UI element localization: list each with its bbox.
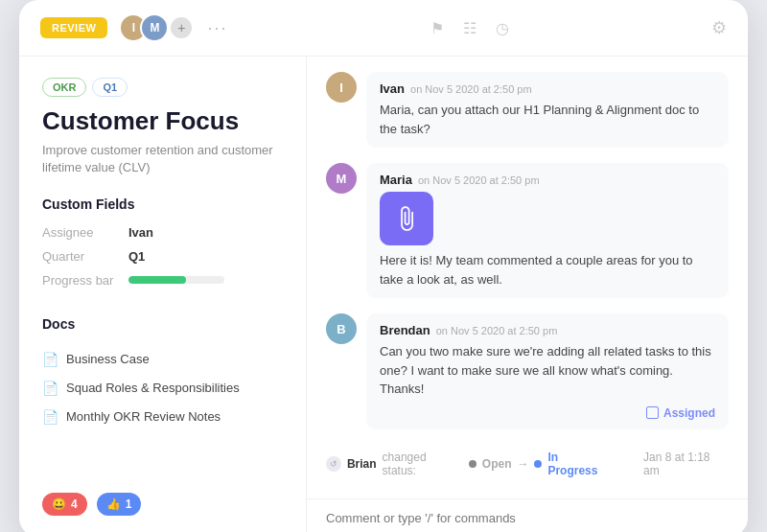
field-quarter: Quarter Q1 <box>42 249 283 264</box>
status-change-time: Jan 8 at 1:18 am <box>643 451 729 477</box>
field-progress-label: Progress bar <box>42 273 128 288</box>
custom-fields-title: Custom Fields <box>42 197 283 212</box>
progress-bar-fill <box>128 276 186 284</box>
comment-text-maria: Here it is! My team commented a couple a… <box>380 251 715 289</box>
status-arrow: → <box>517 457 528 471</box>
comment-brendan: B Brendan on Nov 5 2020 at 2:50 pm Can y… <box>326 313 729 429</box>
comment-maria: M Maria on Nov 5 2020 at 2:50 pm Here it… <box>326 163 729 298</box>
doc-icon-1: 📄 <box>42 352 58 367</box>
field-assignee: Assignee Ivan <box>42 225 283 240</box>
doc-okr-review[interactable]: 📄 Monthly OKR Review Notes <box>42 403 283 431</box>
tag-okr[interactable]: OKR <box>42 78 86 97</box>
status-open-label: Open <box>482 457 512 471</box>
assigned-checkbox[interactable] <box>646 406 659 419</box>
docs-title: Docs <box>42 316 283 332</box>
comment-body-ivan: Ivan on Nov 5 2020 at 2:50 pm Maria, can… <box>366 72 729 148</box>
settings-area: ⚙ <box>711 17 727 38</box>
avatar-maria: M <box>326 163 357 194</box>
doc-squad-roles[interactable]: 📄 Squad Roles & Responsibilities <box>42 374 283 403</box>
assigned-badge: Assigned <box>380 406 715 420</box>
status-dot-inprogress <box>534 460 542 468</box>
comment-input[interactable] <box>326 511 729 525</box>
more-options-button[interactable]: ··· <box>207 18 227 38</box>
add-member-button[interactable]: + <box>171 17 192 38</box>
doc-label-1: Business Case <box>66 352 150 366</box>
comment-time-brendan: on Nov 5 2020 at 2:50 pm <box>436 325 558 336</box>
field-assignee-label: Assignee <box>42 225 128 240</box>
doc-business-case[interactable]: 📄 Business Case <box>42 345 283 374</box>
comment-input-bar <box>307 498 748 533</box>
comment-text-ivan: Maria, can you attach our H1 Planning & … <box>380 101 715 138</box>
progress-bar <box>128 276 224 284</box>
comment-body-brendan: Brendan on Nov 5 2020 at 2:50 pm Can you… <box>366 313 729 429</box>
status-dot-open <box>469 460 476 468</box>
avatar-group: I M + <box>119 13 192 42</box>
comment-author-brendan: Brendan <box>380 323 430 337</box>
comment-ivan: I Ivan on Nov 5 2020 at 2:50 pm Maria, c… <box>326 72 729 148</box>
header: REVIEW I M + ··· ⚑ ☷ ◷ ⚙ <box>19 0 748 57</box>
field-quarter-value: Q1 <box>128 249 145 264</box>
reaction-thumbs-icon: 👍 <box>106 497 121 511</box>
comment-author-ivan: Ivan <box>380 81 405 96</box>
reaction-emoji-icon: 😀 <box>52 497 66 511</box>
avatar-brendan: B <box>326 313 357 344</box>
status-change-icon: ↺ <box>326 456 341 472</box>
reaction-thumbs-count: 1 <box>126 497 132 511</box>
custom-fields-section: Custom Fields Assignee Ivan Quarter Q1 P… <box>42 197 283 297</box>
comment-header-maria: Maria on Nov 5 2020 at 2:50 pm <box>380 173 715 187</box>
comment-body-maria: Maria on Nov 5 2020 at 2:50 pm Here it i… <box>366 163 729 298</box>
doc-label-3: Monthly OKR Review Notes <box>66 409 221 424</box>
reaction-emoji-button[interactable]: 😀 4 <box>42 493 87 516</box>
comments-area: I Ivan on Nov 5 2020 at 2:50 pm Maria, c… <box>307 57 748 498</box>
doc-icon-3: 📄 <box>42 409 58 425</box>
tags: OKR Q1 <box>42 78 283 97</box>
comment-time-maria: on Nov 5 2020 at 2:50 pm <box>418 174 540 186</box>
page-title: Customer Focus <box>42 106 283 136</box>
status-change-action: changed status: <box>383 451 463 477</box>
comment-time-ivan: on Nov 5 2020 at 2:50 pm <box>410 83 532 95</box>
clock-icon[interactable]: ◷ <box>496 19 509 37</box>
assigned-label: Assigned <box>663 406 715 420</box>
doc-icon-2: 📄 <box>42 381 58 396</box>
comment-header-brendan: Brendan on Nov 5 2020 at 2:50 pm <box>380 323 715 337</box>
docs-section: Docs 📄 Business Case 📄 Squad Roles & Res… <box>42 316 283 431</box>
comment-author-maria: Maria <box>380 173 412 187</box>
left-footer: 😀 4 👍 1 <box>42 477 283 516</box>
doc-label-2: Squad Roles & Responsibilities <box>66 381 240 395</box>
field-progress: Progress bar <box>42 273 283 288</box>
main-card: REVIEW I M + ··· ⚑ ☷ ◷ ⚙ OKR Q1 Customer… <box>19 0 748 532</box>
gear-icon[interactable]: ⚙ <box>711 18 727 37</box>
avatar-ivan: I <box>326 72 357 103</box>
comment-text-brendan: Can you two make sure we're adding all r… <box>380 342 715 399</box>
tag-q1[interactable]: Q1 <box>92 78 128 97</box>
main-body: OKR Q1 Customer Focus Improve customer r… <box>19 57 748 532</box>
reaction-emoji-count: 4 <box>71 497 78 511</box>
flag-icon[interactable]: ⚑ <box>430 19 444 37</box>
status-change: ↺ Brian changed status: Open → In Progre… <box>326 445 729 483</box>
avatar-secondary: M <box>140 13 169 42</box>
review-badge[interactable]: REVIEW <box>40 17 107 38</box>
attachment-preview[interactable] <box>380 192 433 245</box>
comment-header-ivan: Ivan on Nov 5 2020 at 2:50 pm <box>380 81 715 96</box>
field-assignee-value: Ivan <box>128 225 153 240</box>
right-panel: I Ivan on Nov 5 2020 at 2:50 pm Maria, c… <box>307 57 748 532</box>
status-change-actor: Brian <box>347 457 377 471</box>
field-quarter-label: Quarter <box>42 249 128 264</box>
left-panel: OKR Q1 Customer Focus Improve customer r… <box>19 57 307 532</box>
page-subtitle: Improve customer retention and customer … <box>42 142 283 176</box>
reaction-thumbs-button[interactable]: 👍 1 <box>97 493 142 516</box>
header-center-icons: ⚑ ☷ ◷ <box>239 19 700 37</box>
calendar-icon[interactable]: ☷ <box>463 19 476 37</box>
status-inprogress-label: In Progress <box>547 451 611 477</box>
attachment-icon <box>393 205 420 232</box>
